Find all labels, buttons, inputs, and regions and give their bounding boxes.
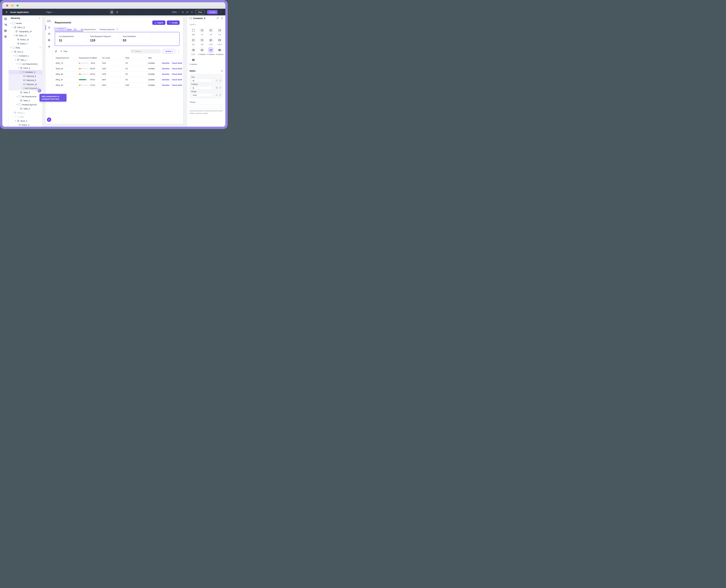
sidebar-item-analytics[interactable] <box>45 44 52 49</box>
save-button[interactable]: Save <box>195 10 205 14</box>
tree-item-stack-12[interactable]: ▾Stack_12 <box>9 25 42 29</box>
check-notif-link[interactable]: Check Notif <box>172 73 182 75</box>
tree-item-footer[interactable]: ▾Footer <box>9 115 42 119</box>
layout-option-tile[interactable] <box>191 57 196 62</box>
add-style-icon[interactable] <box>221 70 223 72</box>
tree-item-my-requirements[interactable]: ▾My Requirements <box>9 94 42 99</box>
close-icon[interactable]: × <box>39 17 40 19</box>
tree-caret-icon[interactable]: ▾ <box>15 59 17 61</box>
user-avatar[interactable]: U <box>47 118 51 122</box>
tree-item-table-4[interactable]: Table_4 <box>9 99 42 103</box>
create-button[interactable]: Create <box>167 20 179 25</box>
tree-caret-icon[interactable]: ▾ <box>17 63 18 65</box>
layout-option-tile[interactable] <box>200 38 205 43</box>
settings-gear-icon[interactable] <box>4 35 7 38</box>
layout-option-3-2[interactable]: 3:2 <box>198 38 206 45</box>
tree-item-body[interactable]: ▾Body+ <box>9 46 42 50</box>
hierarchy-tree-icon[interactable] <box>4 23 7 26</box>
tree-caret-icon[interactable]: ▾ <box>12 26 14 28</box>
layout-option-1-1[interactable]: 1:1 <box>198 28 206 36</box>
tree-item-header[interactable]: ▾Header <box>9 21 42 25</box>
layout-option-tile[interactable] <box>191 38 196 43</box>
redo-button[interactable] <box>186 11 189 13</box>
stat-card[interactable]: Total Shortlisted53 <box>121 34 151 44</box>
tab-live-requirements[interactable]: Container_5 Live Requirements 11 <box>55 28 77 30</box>
padding-select[interactable]: lg <box>191 86 214 89</box>
minimize-window-button[interactable] <box>11 4 13 6</box>
layout-option-tile[interactable] <box>217 38 222 43</box>
tree-item-button-15[interactable]: Button_15 <box>9 38 42 42</box>
collapse-panel-icon[interactable] <box>221 17 223 19</box>
layout-option-2-1-1[interactable]: 2:1:1 <box>190 47 197 55</box>
margin-select[interactable]: none <box>191 93 214 97</box>
back-arrow-icon[interactable] <box>5 11 8 13</box>
undo-button[interactable] <box>182 11 184 13</box>
import-button[interactable]: Import <box>152 20 165 25</box>
tree-item-modal-3[interactable]: ▾Modal_3 <box>9 111 42 115</box>
tree-caret-icon[interactable]: ▾ <box>14 55 15 57</box>
layout-option-tile[interactable] <box>217 28 222 33</box>
shortlist-link[interactable]: Shortlist <box>162 62 169 64</box>
tree-caret-icon[interactable]: ▾ <box>17 96 18 97</box>
preview-run-button[interactable] <box>191 11 193 13</box>
box-icon[interactable] <box>216 94 218 96</box>
layout-option-tile[interactable] <box>208 28 213 33</box>
tree-item-stack-3[interactable]: ▾Stack_3 <box>9 119 42 123</box>
datasource-icon[interactable] <box>4 29 7 32</box>
check-notif-link[interactable]: Check Notif <box>172 84 182 86</box>
table-more-options-icon[interactable]: ⋮ <box>177 50 179 52</box>
tree-item-tabs-1[interactable]: ▾Tabs_1 <box>9 58 42 62</box>
tree-item-button-7[interactable]: Button_7 <box>9 42 42 46</box>
desktop-device-button[interactable] <box>109 9 114 15</box>
tree-item-statcard-8[interactable]: 123StatCard_8 <box>9 74 42 78</box>
tree-caret-icon[interactable]: ▾ <box>17 104 18 105</box>
tree-item-button-3[interactable]: Button_3 <box>9 123 42 127</box>
action-1-button[interactable]: Action 1 <box>163 49 175 54</box>
tree-item-container-1[interactable]: ▾Container_1 <box>9 54 42 58</box>
tree-item-container-5[interactable]: ▾Container_5 <box>9 70 42 74</box>
layout-option-2-3[interactable]: 2:3 <box>190 38 197 45</box>
tree-caret-icon[interactable]: ▾ <box>15 120 17 122</box>
layout-option-2-1[interactable]: 2:1 <box>216 28 223 36</box>
tree-item-typography-10[interactable]: Typography_10 <box>9 29 42 34</box>
layout-option-tile[interactable] <box>191 47 196 52</box>
close-window-button[interactable] <box>6 4 8 6</box>
shortlist-link[interactable]: Shortlist <box>162 73 169 75</box>
layout-option-tile[interactable] <box>200 47 205 52</box>
drag-target-cursor[interactable] <box>37 88 42 93</box>
sidebar-item-people[interactable] <box>45 25 52 30</box>
refresh-icon[interactable] <box>55 50 57 52</box>
edit-pencil-icon[interactable] <box>216 17 219 19</box>
tree-caret-icon[interactable]: ▾ <box>12 51 14 52</box>
layout-option-tile[interactable] <box>208 38 213 43</box>
gap-select[interactable]: lg <box>191 79 214 82</box>
shortlist-link[interactable]: Shortlist <box>162 84 169 86</box>
tree-caret-icon[interactable]: ▾ <box>14 116 15 118</box>
tree-item-root-id[interactable]: ▾root_id <box>9 50 42 54</box>
tree-caret-icon[interactable]: ▾ <box>14 35 15 36</box>
frame-tool-icon[interactable] <box>4 17 7 20</box>
tab-pending-approval[interactable]: Pending Approval 1 <box>100 28 119 30</box>
layout-option-5-columns[interactable]: 5 columns <box>216 47 223 55</box>
stat-card[interactable]: Live Requirements11 <box>57 34 86 44</box>
tree-caret-icon[interactable]: ▾ <box>12 112 14 113</box>
layout-option-1-1-2[interactable]: 1:1:2 <box>207 38 215 45</box>
tree-item-live-requirements[interactable]: ▾Live Requirements <box>9 62 42 66</box>
stat-card[interactable]: Total Manpower Required119 <box>88 34 119 44</box>
tree-add-icon[interactable]: + <box>40 46 41 49</box>
layout-option-tile[interactable] <box>191 28 196 33</box>
layout-option-1-2[interactable]: 1:2 <box>207 28 215 36</box>
mobile-device-button[interactable] <box>116 11 118 13</box>
tree-caret-icon[interactable]: ▾ <box>18 67 20 69</box>
more-options-icon[interactable]: ⋮ <box>220 11 222 13</box>
selected-container-outline[interactable]: Live Requirements11Total Manpower Requir… <box>55 32 179 46</box>
search-input[interactable] <box>135 50 159 52</box>
sidebar-item-globe[interactable] <box>45 38 52 43</box>
shortlist-link[interactable]: Shortlist <box>162 68 169 70</box>
filter-button[interactable]: Filter <box>60 50 68 52</box>
layout-option-tile[interactable] <box>208 47 213 52</box>
trash-icon[interactable] <box>219 87 221 89</box>
check-notif-link[interactable]: Check Notif <box>172 62 182 64</box>
page-selector[interactable]: Page 1 <box>46 11 55 13</box>
tree-item-stack-6[interactable]: ▾Stack_6 <box>9 66 42 70</box>
